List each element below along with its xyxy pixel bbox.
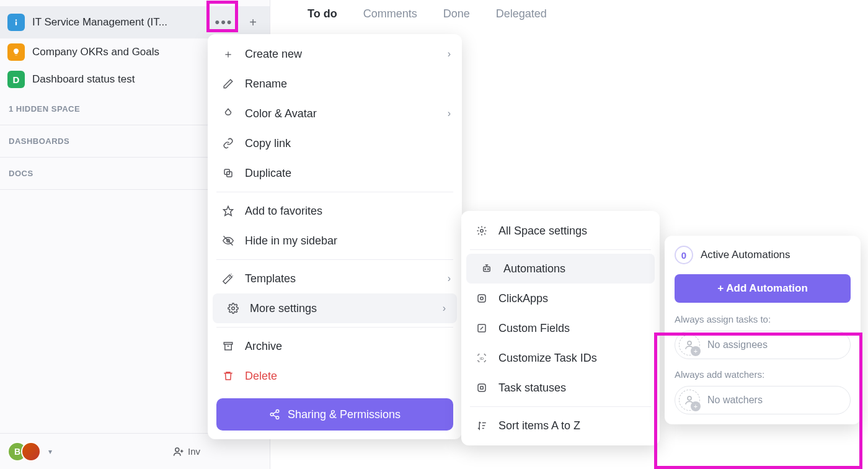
menu-duplicate[interactable]: Duplicate	[208, 158, 462, 188]
person-add-icon: +	[679, 390, 700, 411]
submenu-task-statuses[interactable]: Task statuses	[461, 373, 660, 403]
menu-copy-link[interactable]: Copy link	[208, 128, 462, 158]
menu-label: Templates	[245, 272, 296, 285]
edit-square-icon	[475, 321, 489, 335]
more-settings-submenu: All Space settings Automations ClickApps…	[461, 211, 660, 445]
chevron-right-icon: ›	[448, 108, 451, 119]
menu-label: Rename	[245, 78, 287, 91]
svg-point-19	[480, 297, 484, 300]
svg-text:ID: ID	[480, 357, 484, 360]
submenu-automations[interactable]: Automations	[466, 254, 655, 284]
submenu-custom-fields[interactable]: Custom Fields	[461, 313, 660, 343]
copy-icon	[221, 166, 235, 180]
svg-point-24	[688, 341, 691, 345]
tab-todo[interactable]: To do	[308, 7, 337, 20]
submenu-all-settings[interactable]: All Space settings	[461, 216, 660, 246]
button-label: + Add Automation	[717, 282, 808, 295]
menu-more-settings[interactable]: More settings ›	[213, 293, 457, 323]
tab-done[interactable]: Done	[443, 7, 470, 20]
svg-point-11	[276, 410, 279, 413]
space-icon: D	[7, 71, 25, 88]
chevron-right-icon: ›	[448, 48, 451, 60]
droplet-icon	[221, 107, 235, 120]
menu-label: Copy link	[245, 137, 291, 150]
add-button[interactable]: +	[244, 13, 262, 32]
gear-icon	[226, 302, 240, 315]
avatar-stack[interactable]: B	[7, 442, 35, 462]
svg-point-25	[688, 396, 691, 400]
svg-point-14	[480, 230, 484, 233]
avatar	[21, 442, 41, 462]
menu-label: Custom Fields	[498, 322, 570, 335]
menu-label: More settings	[250, 302, 317, 315]
chevron-right-icon: ›	[448, 273, 451, 284]
automations-header: 0 Active Automations	[675, 246, 851, 264]
invite-label: Inv	[188, 446, 200, 457]
id-icon: ID	[475, 351, 489, 365]
wand-icon	[221, 272, 235, 285]
trash-icon	[221, 369, 235, 383]
menu-label: Sort items A to Z	[498, 419, 580, 432]
assignees-chip[interactable]: + No assignees	[675, 331, 851, 359]
menu-label: ClickApps	[498, 292, 548, 305]
assign-label: Always assign tasks to:	[675, 314, 851, 324]
status-icon	[475, 381, 489, 395]
svg-rect-1	[16, 22, 17, 25]
submenu-customize-ids[interactable]: ID Customize Task IDs	[461, 343, 660, 373]
menu-hide-sidebar[interactable]: Hide in my sidebar	[208, 226, 462, 256]
svg-rect-22	[478, 384, 485, 391]
chip-placeholder: No assignees	[707, 339, 768, 351]
menu-label: Create new	[245, 48, 302, 61]
invite-button[interactable]: Inv	[173, 446, 200, 457]
svg-rect-18	[478, 295, 485, 302]
caret-down-icon[interactable]: ▾	[48, 447, 52, 456]
star-icon	[221, 204, 235, 218]
space-icon	[7, 43, 25, 61]
watchers-chip[interactable]: + No watchers	[675, 386, 851, 414]
menu-create-new[interactable]: ＋ Create new ›	[208, 39, 462, 69]
svg-point-16	[485, 269, 486, 270]
tabs: To do Comments Done Delegated	[285, 0, 569, 28]
automations-title: Active Automations	[701, 249, 790, 261]
menu-label: Hide in my sidebar	[245, 234, 337, 248]
tab-delegated[interactable]: Delegated	[496, 7, 547, 20]
svg-marker-6	[224, 207, 233, 216]
eye-off-icon	[221, 234, 235, 248]
svg-point-13	[276, 416, 279, 419]
menu-color-avatar[interactable]: Color & Avatar ›	[208, 99, 462, 128]
menu-archive[interactable]: Archive	[208, 331, 462, 361]
plus-icon: ＋	[221, 47, 235, 61]
sharing-permissions-button[interactable]: Sharing & Permissions	[216, 398, 453, 431]
more-button[interactable]: •••	[211, 11, 236, 34]
svg-point-17	[488, 269, 489, 270]
submenu-clickapps[interactable]: ClickApps	[461, 284, 660, 313]
space-context-menu: ＋ Create new › Rename Color & Avatar › C…	[208, 34, 462, 439]
menu-templates[interactable]: Templates ›	[208, 264, 462, 293]
robot-icon	[480, 262, 494, 275]
chevron-right-icon: ›	[443, 303, 446, 314]
menu-label: Duplicate	[245, 167, 291, 180]
submenu-sort[interactable]: Sort items A to Z	[461, 411, 660, 440]
tab-comments[interactable]: Comments	[363, 7, 417, 20]
svg-rect-23	[480, 386, 484, 390]
sort-icon	[475, 419, 489, 432]
link-icon	[221, 136, 235, 150]
menu-label: Add to favorites	[245, 205, 322, 218]
svg-point-0	[16, 19, 17, 20]
menu-label: Archive	[245, 340, 282, 353]
menu-add-favorites[interactable]: Add to favorites	[208, 196, 462, 226]
pencil-icon	[221, 77, 235, 91]
menu-label: All Space settings	[498, 225, 587, 238]
menu-delete[interactable]: Delete	[208, 361, 462, 391]
person-add-icon: +	[679, 334, 700, 355]
menu-label: Automations	[503, 262, 565, 275]
svg-point-12	[270, 413, 273, 416]
menu-rename[interactable]: Rename	[208, 69, 462, 99]
watchers-label: Always add watchers:	[675, 369, 851, 380]
add-automation-button[interactable]: + Add Automation	[675, 274, 851, 303]
menu-label: Task statuses	[498, 382, 566, 395]
menu-label: Color & Avatar	[245, 107, 317, 120]
automation-count-badge: 0	[675, 246, 693, 264]
space-icon	[7, 14, 25, 31]
menu-label: Customize Task IDs	[498, 352, 597, 365]
